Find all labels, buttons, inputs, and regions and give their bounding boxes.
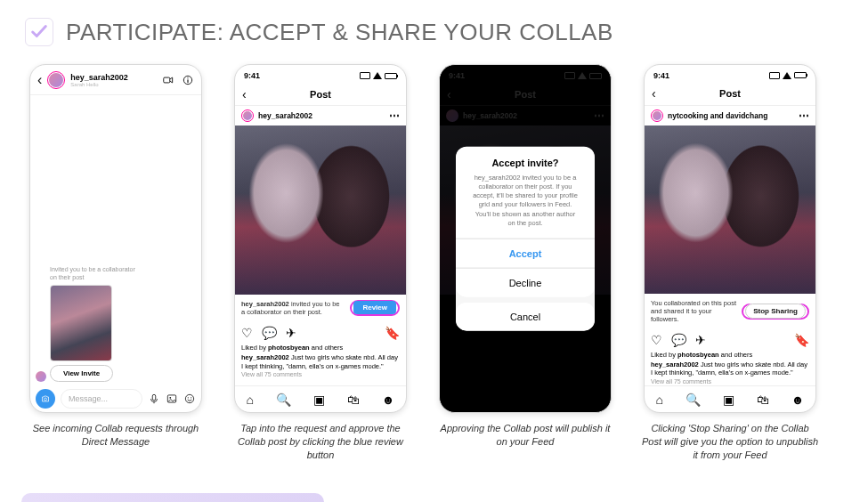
bookmark-icon[interactable]: 🔖 bbox=[794, 333, 809, 347]
tab-profile-icon[interactable]: ☻ bbox=[791, 393, 805, 407]
tab-home-icon[interactable]: ⌂ bbox=[246, 393, 253, 407]
tab-shop-icon[interactable]: 🛍 bbox=[757, 393, 769, 407]
modal-cancel-button[interactable]: Cancel bbox=[456, 302, 595, 330]
dm-subtitle: Sarah Hello bbox=[70, 82, 128, 87]
avatar[interactable] bbox=[651, 109, 663, 122]
banner-text: You collaborated on this post and shared… bbox=[651, 299, 736, 324]
comment-icon[interactable]: 💬 bbox=[262, 326, 277, 340]
camera-icon[interactable] bbox=[36, 389, 55, 409]
nav-bar: ‹ Post bbox=[645, 83, 815, 106]
phone-modal: 9:41 ‹Post hey_sarah2002⋯ Accept invite?… bbox=[439, 64, 612, 413]
dm-thumbnail[interactable] bbox=[50, 285, 112, 361]
tab-bar: ⌂ 🔍 ▣ 🛍 ☻ bbox=[645, 385, 815, 412]
modal-decline-button[interactable]: Decline bbox=[456, 267, 595, 296]
phone-dm: ‹ hey_sarah2002 Sarah Hello Invited you … bbox=[29, 64, 202, 413]
tab-reels-icon[interactable]: ▣ bbox=[313, 393, 325, 407]
tab-bar: ⌂ 🔍 ▣ 🛍 ☻ bbox=[235, 385, 406, 412]
svg-point-8 bbox=[185, 394, 193, 402]
dm-input-row: Message... bbox=[30, 385, 201, 412]
accept-modal: Accept invite? hey_sarah2002 invited you… bbox=[456, 147, 595, 331]
tab-reels-icon[interactable]: ▣ bbox=[723, 393, 734, 407]
status-bar: 9:41 bbox=[235, 65, 406, 83]
info-icon[interactable] bbox=[182, 74, 194, 86]
view-comments[interactable]: View all 75 comments bbox=[645, 377, 815, 385]
modal-title: Accept invite? bbox=[466, 158, 584, 168]
back-icon[interactable]: ‹ bbox=[652, 86, 656, 101]
header-row: PARTICIPATE: ACCEPT & SHARE YOUR COLLAB bbox=[0, 0, 868, 64]
post-image[interactable] bbox=[645, 126, 815, 294]
highlight-ring: Review bbox=[350, 300, 400, 316]
stop-sharing-button[interactable]: Stop Sharing bbox=[745, 304, 806, 319]
back-icon[interactable]: ‹ bbox=[37, 72, 42, 88]
page-title: PARTICIPATE: ACCEPT & SHARE YOUR COLLAB bbox=[66, 19, 613, 46]
post-actions: ♡ 💬 ✈ 🔖 bbox=[645, 329, 815, 351]
mic-icon[interactable] bbox=[148, 393, 160, 405]
svg-point-4 bbox=[45, 398, 47, 401]
invite-banner: hey_sarah2002 invited you to be a collab… bbox=[235, 295, 406, 322]
dm-body: Invited you to be a collaborator on thei… bbox=[30, 95, 201, 385]
caption-1: See incoming Collab requests through Dir… bbox=[27, 422, 205, 449]
footer-decoration bbox=[21, 493, 324, 502]
avatar[interactable] bbox=[47, 71, 65, 89]
photo-icon[interactable] bbox=[166, 393, 178, 405]
post-header: nytcooking and davidchang ⋯ bbox=[645, 106, 815, 126]
view-invite-button[interactable]: View Invite bbox=[50, 365, 113, 382]
like-icon[interactable]: ♡ bbox=[651, 333, 662, 347]
tab-search-icon[interactable]: 🔍 bbox=[685, 393, 701, 407]
bookmark-icon[interactable]: 🔖 bbox=[385, 326, 400, 340]
share-icon[interactable]: ✈ bbox=[695, 333, 706, 347]
share-icon[interactable]: ✈ bbox=[286, 326, 296, 340]
battery-icon bbox=[385, 73, 397, 79]
status-time: 9:41 bbox=[653, 71, 669, 80]
avatar[interactable] bbox=[241, 109, 254, 122]
nav-title: Post bbox=[310, 89, 331, 100]
svg-point-10 bbox=[191, 397, 191, 398]
nav-title: Post bbox=[719, 88, 741, 99]
phones-row: ‹ hey_sarah2002 Sarah Hello Invited you … bbox=[0, 64, 868, 462]
post-username[interactable]: nytcooking and davidchang bbox=[668, 111, 767, 120]
like-icon[interactable]: ♡ bbox=[241, 326, 253, 340]
back-icon[interactable]: ‹ bbox=[242, 87, 247, 101]
tab-shop-icon[interactable]: 🛍 bbox=[347, 393, 360, 407]
svg-rect-3 bbox=[187, 79, 188, 83]
svg-point-7 bbox=[169, 397, 171, 399]
caption-4: Clicking 'Stop Sharing' on the Collab Po… bbox=[641, 422, 819, 462]
post-image[interactable] bbox=[235, 126, 406, 295]
phone-review: 9:41 ‹ Post hey_sarah2002 ⋯ hey_sarah200… bbox=[234, 64, 407, 413]
tab-profile-icon[interactable]: ☻ bbox=[382, 393, 395, 407]
modal-body: hey_sarah2002 invited you to be a collab… bbox=[466, 174, 584, 235]
phone-stop: 9:41 ‹ Post nytcooking and davidchang ⋯ … bbox=[644, 64, 816, 413]
caption-2: Tap into the request and approve the Col… bbox=[231, 422, 410, 462]
highlight-ring: Stop Sharing bbox=[742, 304, 809, 320]
view-comments[interactable]: View all 75 comments bbox=[235, 370, 406, 378]
likes-line[interactable]: Liked by photosbyean and others bbox=[235, 344, 406, 352]
svg-rect-0 bbox=[164, 77, 170, 83]
dm-username[interactable]: hey_sarah2002 bbox=[70, 73, 128, 82]
sticker-icon[interactable] bbox=[183, 393, 196, 405]
more-icon[interactable]: ⋯ bbox=[389, 109, 400, 122]
collab-banner: You collaborated on this post and shared… bbox=[645, 294, 815, 329]
battery-icon bbox=[794, 72, 807, 78]
check-icon bbox=[25, 18, 53, 46]
likes-line[interactable]: Liked by photosbyean and others bbox=[645, 351, 815, 360]
dm-invite-text: Invited you to be a collaborator on thei… bbox=[50, 266, 139, 281]
tab-home-icon[interactable]: ⌂ bbox=[655, 393, 662, 407]
comment-icon[interactable]: 💬 bbox=[671, 333, 686, 347]
caption-line: hey_sarah2002 Just two girls who skate n… bbox=[645, 360, 815, 378]
message-input[interactable]: Message... bbox=[61, 389, 142, 409]
caption-3: Approving the Collab post will publish i… bbox=[436, 422, 614, 449]
svg-point-2 bbox=[187, 77, 188, 78]
status-time: 9:41 bbox=[244, 71, 260, 80]
review-button[interactable]: Review bbox=[353, 301, 396, 314]
status-bar: 9:41 bbox=[645, 65, 815, 83]
tab-search-icon[interactable]: 🔍 bbox=[276, 393, 291, 407]
video-icon[interactable] bbox=[162, 74, 174, 86]
post-username[interactable]: hey_sarah2002 bbox=[258, 111, 312, 120]
more-icon[interactable]: ⋯ bbox=[799, 109, 809, 122]
svg-rect-5 bbox=[152, 394, 156, 400]
wifi-icon bbox=[783, 72, 791, 79]
modal-accept-button[interactable]: Accept bbox=[456, 238, 595, 267]
caption-line: hey_sarah2002 Just two girls who skate n… bbox=[235, 352, 406, 371]
dm-header: ‹ hey_sarah2002 Sarah Hello bbox=[30, 65, 201, 95]
post-header: hey_sarah2002 ⋯ bbox=[235, 106, 406, 126]
